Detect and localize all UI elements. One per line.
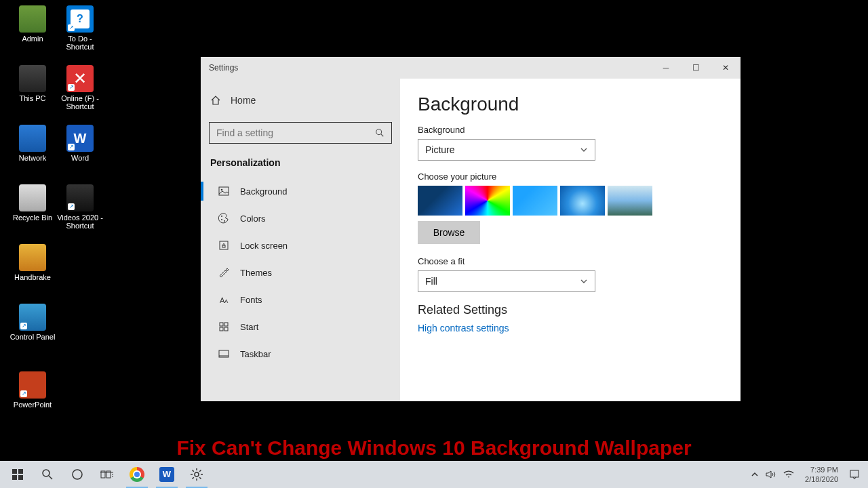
desktop-icon-word[interactable]: W↗Word: [57, 125, 103, 162]
cortana-button[interactable]: [62, 461, 92, 488]
fit-dropdown[interactable]: Fill: [418, 270, 595, 292]
taskbar: W 7:39 PM 2/18/2020: [0, 461, 868, 488]
picture-thumb[interactable]: [418, 186, 462, 216]
svg-line-1: [381, 134, 384, 137]
notifications-icon[interactable]: [849, 469, 860, 480]
fit-value: Fill: [425, 276, 437, 287]
sidebar-item-start[interactable]: Start: [209, 313, 392, 340]
tray-chevron-icon[interactable]: [751, 470, 759, 479]
sidebar-item-label: Fonts: [240, 295, 262, 305]
taskbar-chrome[interactable]: [122, 461, 152, 488]
sidebar-item-label: Themes: [240, 268, 272, 278]
maximize-button[interactable]: ☐: [681, 57, 711, 79]
lockscreen-icon: [218, 240, 229, 251]
desktop-icon-network[interactable]: Network: [9, 125, 56, 162]
desktop-icon-todo[interactable]: ?↗To Do - Shortcut: [57, 5, 103, 51]
svg-rect-13: [220, 327, 223, 331]
sidebar-item-taskbar[interactable]: Taskbar: [209, 340, 392, 367]
svg-line-22: [49, 476, 52, 479]
themes-icon: [218, 267, 229, 278]
picture-icon: [218, 186, 229, 197]
desktop-icon-videos[interactable]: ↗Videos 2020 - Shortcut: [57, 184, 103, 230]
close-button[interactable]: ✕: [711, 57, 741, 79]
clock-time: 7:39 PM: [805, 465, 838, 474]
minimize-button[interactable]: ─: [651, 57, 681, 79]
picture-thumb[interactable]: [513, 186, 557, 216]
sidebar-item-label: Start: [240, 322, 258, 332]
sidebar-category: Personalization: [210, 157, 392, 168]
start-button[interactable]: [3, 461, 33, 488]
browse-button[interactable]: Browse: [418, 221, 480, 244]
sidebar-home[interactable]: Home: [209, 91, 392, 110]
picture-thumb[interactable]: [560, 186, 605, 216]
sidebar-item-label: Taskbar: [240, 349, 271, 359]
sidebar-item-lockscreen[interactable]: Lock screen: [209, 232, 392, 259]
svg-rect-18: [18, 469, 23, 474]
svg-rect-12: [224, 323, 228, 326]
wifi-icon[interactable]: [783, 470, 794, 479]
svg-rect-2: [219, 187, 229, 195]
fonts-icon: AA: [218, 294, 229, 305]
sidebar-item-label: Colors: [240, 214, 266, 224]
svg-point-3: [221, 189, 223, 191]
sidebar-item-label: Lock screen: [240, 241, 288, 251]
background-value: Picture: [425, 144, 455, 155]
sidebar-item-label: Background: [240, 186, 287, 197]
sidebar-item-colors[interactable]: Colors: [209, 205, 392, 232]
choose-picture-label: Choose your picture: [418, 171, 723, 182]
search-input[interactable]: [209, 122, 392, 144]
svg-rect-11: [220, 323, 223, 326]
svg-point-4: [221, 216, 222, 217]
chevron-down-icon: [580, 277, 588, 285]
sidebar-item-background[interactable]: Background: [209, 178, 392, 205]
taskbar-clock[interactable]: 7:39 PM 2/18/2020: [801, 465, 842, 484]
svg-point-29: [195, 472, 199, 476]
desktop-icon-online-f[interactable]: ✕↗Online (F) - Shortcut: [57, 65, 103, 110]
home-icon: [210, 95, 221, 106]
system-tray: 7:39 PM 2/18/2020: [751, 465, 865, 484]
svg-point-0: [376, 129, 382, 135]
svg-point-23: [73, 470, 82, 479]
svg-rect-14: [224, 327, 228, 331]
desktop-icon-handbrake[interactable]: Handbrake: [9, 244, 56, 281]
taskbar-word[interactable]: W: [152, 461, 182, 488]
taskbar-icon: [218, 348, 229, 359]
desktop-icon-control-panel[interactable]: ↗Control Panel: [9, 304, 56, 341]
svg-rect-30: [850, 470, 859, 477]
search-button[interactable]: [33, 461, 62, 488]
svg-rect-17: [12, 469, 17, 474]
volume-icon[interactable]: [766, 470, 776, 479]
window-title: Settings: [209, 63, 238, 73]
palette-icon: [218, 213, 229, 224]
background-label: Background: [418, 125, 723, 135]
clock-date: 2/18/2020: [805, 474, 838, 484]
sidebar-home-label: Home: [231, 95, 256, 106]
picture-thumbnails: [418, 186, 723, 216]
sidebar-items: Background Colors Lock screen Themes AAF…: [209, 178, 392, 367]
settings-window: Settings ─ ☐ ✕ Home Personalization Back…: [201, 57, 741, 401]
titlebar: Settings ─ ☐ ✕: [201, 57, 741, 79]
settings-content: Background Background Picture Choose you…: [400, 79, 741, 401]
sidebar-item-themes[interactable]: Themes: [209, 259, 392, 286]
sidebar: Home Personalization Background Colors L…: [201, 79, 400, 401]
svg-point-6: [224, 220, 225, 222]
picture-thumb[interactable]: [465, 186, 510, 216]
high-contrast-link[interactable]: High contrast settings: [418, 323, 723, 333]
desktop-icon-this-pc[interactable]: This PC: [9, 65, 56, 102]
start-icon: [218, 321, 229, 332]
desktop-icon-recycle-bin[interactable]: Recycle Bin: [9, 184, 56, 222]
desktop-icon-admin[interactable]: Admin: [9, 5, 56, 43]
search-field[interactable]: [216, 127, 375, 138]
svg-point-5: [221, 219, 222, 220]
svg-rect-8: [222, 245, 225, 247]
task-view-button[interactable]: [92, 461, 122, 488]
desktop-icon-powerpoint[interactable]: ↗PowerPoint: [9, 371, 56, 409]
svg-rect-19: [12, 475, 17, 480]
taskbar-settings[interactable]: [182, 461, 212, 488]
svg-point-21: [43, 470, 50, 476]
sidebar-item-fonts[interactable]: AAFonts: [209, 286, 392, 313]
svg-rect-20: [18, 475, 23, 480]
picture-thumb[interactable]: [608, 186, 652, 216]
fit-label: Choose a fit: [418, 256, 723, 266]
background-dropdown[interactable]: Picture: [418, 139, 595, 161]
